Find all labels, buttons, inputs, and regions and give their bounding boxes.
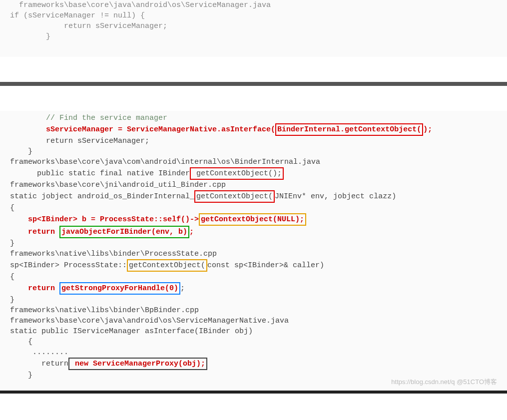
code-line: frameworks\base\core\java\com\android\in…: [10, 157, 497, 167]
code-line: }: [10, 146, 497, 157]
watermark-text: https://blog.csdn.net/q @51CTO博客: [391, 378, 497, 387]
code-line: }: [10, 295, 497, 305]
code-line: public static final native IBinder getCo…: [10, 167, 497, 180]
code-line: if (sServiceManager != null) {: [10, 10, 497, 21]
code-line: return new ServiceManagerProxy(obj);: [10, 358, 497, 370]
code-line: {: [10, 272, 497, 282]
code-line: static public IServiceManager asInterfac…: [10, 326, 497, 337]
code-line: frameworks\base\core\java\android\os\Ser…: [10, 0, 497, 10]
code-line: {: [10, 203, 497, 213]
code-line: }: [10, 31, 497, 42]
code-line: return sServiceManager;: [10, 136, 497, 146]
code-line: ........: [10, 347, 497, 358]
code-line: frameworks\base\core\java\android\os\Ser…: [10, 316, 497, 326]
code-block-1: frameworks\base\core\java\android\os\Ser…: [0, 0, 507, 57]
code-line: frameworks\native\libs\binder\BpBinder.c…: [10, 305, 497, 316]
code-line: sServiceManager = ServiceManagerNative.a…: [10, 123, 497, 136]
code-line: return getStrongProxyForHandle(0);: [10, 282, 497, 295]
code-line: {: [10, 337, 497, 347]
code-line: frameworks\native\libs\binder\ProcessSta…: [10, 249, 497, 259]
code-line: return javaObjectForIBinder(env, b);: [10, 226, 497, 238]
code-line: return sServiceManager;: [10, 21, 497, 31]
bottom-bar: [0, 391, 507, 394]
code-line: // Find the service manager: [10, 113, 497, 123]
code-line: frameworks\base\core\jni\android_util_Bi…: [10, 180, 497, 190]
code-line: static jobject android_os_BinderInternal…: [10, 190, 497, 203]
code-block-2: // Find the service manager sServiceMana…: [0, 111, 507, 391]
section-divider: [0, 82, 507, 86]
code-line: sp<IBinder> ProcessState::getContextObje…: [10, 259, 497, 272]
code-line: sp<IBinder> b = ProcessState::self()->ge…: [10, 213, 497, 226]
code-line: }: [10, 238, 497, 249]
